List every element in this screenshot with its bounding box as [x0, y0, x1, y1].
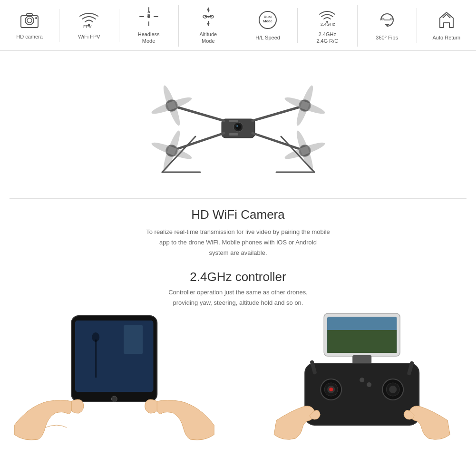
svg-text:2.4GHz: 2.4GHz	[321, 22, 335, 27]
feature-headless-mode: N HeadlessMode	[119, 5, 179, 47]
wifi-camera-section: HD WiFi Camera To realize real-time tran…	[0, 199, 476, 265]
speed-icon: Dual Mode	[258, 10, 278, 32]
altitude-mode-label: AltitudeMode	[200, 31, 217, 45]
controller-section: 2.4GHz controller Controller operation j…	[0, 265, 476, 444]
headless-mode-label: HeadlessMode	[138, 31, 160, 45]
svg-point-29	[390, 18, 393, 20]
svg-marker-14	[207, 7, 210, 10]
controller-title: 2.4GHz controller	[0, 270, 476, 284]
svg-line-35	[253, 106, 305, 121]
return-icon	[437, 10, 457, 32]
camera-icon	[19, 11, 39, 31]
controller-desc: Controller operation just the same as ot…	[0, 287, 476, 308]
svg-line-34	[172, 106, 224, 121]
hd-camera-label: HD camera	[16, 33, 43, 40]
feature-wifi-fpv: FPV WiFi FPV	[59, 9, 119, 42]
wifi-camera-title: HD WiFi Camera	[38, 207, 438, 222]
wifi-fpv-label: WiFi FPV	[78, 33, 100, 40]
svg-point-75	[329, 388, 333, 391]
feature-24g-rc: 2.4GHz 2.4GHz2.4G R/C	[298, 5, 357, 47]
feature-altitude-mode: AltitudeMode	[179, 5, 238, 47]
feature-hd-camera: HD camera	[0, 9, 59, 42]
drone-image	[105, 63, 371, 191]
svg-text:Mode: Mode	[263, 19, 272, 23]
feature-hl-speed: Dual Mode H/L Speed	[238, 8, 298, 43]
svg-text:FPV: FPV	[83, 24, 92, 29]
svg-point-3	[35, 17, 37, 19]
altitude-icon	[198, 7, 218, 29]
svg-rect-55	[229, 133, 238, 136]
signal-icon: 2.4GHz	[317, 7, 337, 29]
svg-rect-54	[229, 120, 238, 122]
features-bar: HD camera FPV WiFi FPV N	[0, 0, 476, 51]
svg-rect-59	[95, 340, 97, 378]
svg-point-33	[236, 125, 238, 127]
svg-point-1	[27, 18, 32, 23]
controller-images	[0, 311, 476, 444]
svg-rect-66	[327, 330, 397, 353]
svg-point-28	[381, 18, 384, 20]
drone-section	[0, 51, 476, 198]
svg-point-12	[147, 15, 150, 18]
svg-point-77	[367, 382, 371, 387]
svg-marker-16	[207, 23, 210, 26]
remote-controller	[248, 311, 476, 444]
feature-360-flips: 360° Fips	[358, 8, 417, 43]
phone-with-hands	[0, 311, 228, 444]
svg-rect-61	[124, 325, 143, 354]
controller-title-area: 2.4GHz controller Controller operation j…	[0, 270, 476, 308]
auto-return-label: Auto Return	[433, 34, 461, 41]
compass-icon: N	[139, 7, 159, 29]
svg-point-0	[25, 16, 34, 25]
24g-rc-label: 2.4GHz2.4G R/C	[316, 31, 338, 45]
svg-point-20	[207, 16, 209, 18]
svg-point-74	[389, 386, 397, 393]
svg-point-60	[92, 332, 99, 342]
flip-icon	[377, 10, 397, 32]
svg-point-32	[235, 124, 241, 130]
svg-point-76	[359, 378, 364, 382]
360-flips-label: 360° Fips	[376, 34, 398, 41]
hl-speed-label: H/L Speed	[255, 34, 280, 41]
wifi-camera-desc: To realize real-time transmission for li…	[38, 227, 438, 258]
svg-text:Dual: Dual	[264, 15, 272, 19]
wifi-icon: FPV	[79, 11, 99, 31]
feature-auto-return: Auto Return	[417, 8, 476, 43]
svg-point-62	[111, 396, 117, 402]
